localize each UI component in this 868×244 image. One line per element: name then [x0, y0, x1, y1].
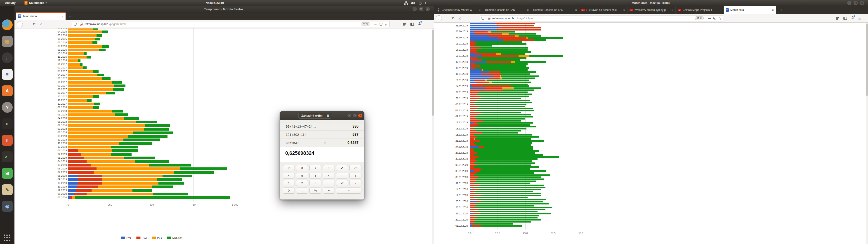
tab-month-data[interactable]: Month data× — [724, 6, 776, 14]
new-tab-button[interactable]: + — [66, 12, 73, 20]
calc-key-square[interactable]: x² — [336, 180, 348, 186]
calc-key-5[interactable]: 5 — [296, 173, 308, 179]
calc-current-value[interactable]: 0,625698324 — [280, 147, 364, 162]
dock-item-files[interactable]: ▤ — [2, 36, 13, 47]
calc-key-equals[interactable]: = — [336, 187, 362, 194]
calc-history-row[interactable]: 99+41+13+47+24…=336 — [280, 122, 364, 130]
back-icon[interactable]: ← — [17, 21, 23, 27]
tracking-shield-icon[interactable] — [482, 17, 485, 20]
calculator-headerbar[interactable]: Základný režim ⌄ ☰ − ▢ × — [280, 111, 364, 120]
activities-button[interactable]: Aktivity — [3, 0, 18, 6]
calc-key-6[interactable]: 6 — [309, 173, 321, 179]
library-icon[interactable] — [403, 22, 406, 26]
dock-item-text-editor[interactable]: ✎ — [2, 184, 13, 195]
dock-item-media-player[interactable]: ♫ — [2, 53, 13, 63]
calc-menu-button[interactable]: ☰ — [324, 113, 331, 119]
forward-icon[interactable]: → — [25, 22, 30, 26]
page-actions-icon[interactable]: ••• — [708, 17, 711, 20]
dock-item-help[interactable]: ? — [2, 102, 13, 113]
insecure-lock-icon[interactable] — [80, 22, 83, 26]
calc-history-row[interactable]: 336÷537=0,6257 — [280, 139, 364, 147]
show-apps-grid-icon[interactable] — [4, 235, 11, 241]
url-bar[interactable]: rottenkiwi.no-ip.biz/page12.html 67 % ••… — [480, 15, 723, 21]
calc-key-4[interactable]: 4 — [283, 173, 295, 179]
tab-close-icon[interactable]: × — [575, 8, 577, 12]
back-icon[interactable]: ← — [436, 15, 442, 21]
menu-icon[interactable]: ☰ — [425, 22, 428, 26]
calc-key-8[interactable]: 8 — [296, 165, 308, 171]
minimize-icon[interactable]: − — [412, 7, 417, 11]
calc-key-decimal-comma[interactable]: , — [296, 187, 308, 194]
pocket-shield-icon[interactable] — [379, 22, 382, 26]
tracking-shield-icon[interactable] — [74, 22, 76, 26]
tab-close-icon[interactable]: × — [61, 14, 64, 18]
app-menu-button[interactable]: Kalkulačka ▾ — [24, 0, 46, 6]
page-actions-icon[interactable]: ••• — [374, 23, 377, 25]
system-tray[interactable]: ▾ — [404, 0, 426, 6]
tab-close-icon[interactable]: × — [671, 8, 674, 12]
dock-item-remote-desktop[interactable]: ⌗ — [2, 135, 13, 146]
calc-key-undo[interactable]: ↶ — [336, 165, 348, 171]
dock-item-screenshot-tool[interactable]: ◉ — [2, 201, 13, 212]
reload-icon[interactable]: ⟳ — [451, 16, 456, 20]
tab-temp-demo[interactable]: Temp demo × — [16, 12, 66, 20]
bookmark-star-icon[interactable]: ☆ — [384, 22, 388, 26]
insecure-lock-icon[interactable] — [488, 17, 491, 20]
tab-kv-skov-chleba-kynut-p[interactable]: ▶Kváskový chleba kynutý p× — [628, 6, 676, 14]
tab-remote-console-on-lan[interactable]: Remote Console on LAN× — [531, 6, 579, 14]
dock-item-ubuntu-software[interactable]: A — [2, 85, 13, 96]
calc-key-divide[interactable]: ÷ — [323, 165, 335, 171]
tab-1-n-vod-na-pe-en-chle[interactable]: ▶(1) Návod na pečení chle× — [580, 6, 627, 14]
maximize-icon[interactable]: ▢ — [854, 1, 858, 5]
calc-key-subtract[interactable]: − — [323, 180, 335, 186]
tab-close-icon[interactable]: × — [478, 8, 481, 12]
reload-icon[interactable]: ⟳ — [32, 22, 37, 26]
calc-key-1[interactable]: 1 — [283, 180, 295, 186]
close-icon[interactable]: × — [426, 7, 430, 11]
account-icon[interactable] — [418, 22, 421, 26]
calc-key-square-root[interactable]: √ — [349, 180, 362, 186]
tab-china-s-mega-projects-e[interactable]: ▶China's Mega Projects: E× — [676, 6, 724, 14]
scrollbar[interactable] — [432, 28, 434, 244]
bookmark-star-icon[interactable]: ☆ — [718, 16, 721, 20]
sidebar-icon[interactable] — [843, 17, 847, 20]
dock-item-terminal[interactable]: >_ — [2, 151, 13, 162]
library-icon[interactable] — [836, 17, 839, 20]
scrollbar[interactable] — [866, 23, 868, 244]
clock[interactable]: Nedeľa 23:19 — [206, 0, 224, 6]
tab-close-icon[interactable]: × — [526, 8, 529, 12]
dock-item-firefox[interactable] — [2, 20, 13, 30]
calc-key-9[interactable]: 9 — [309, 165, 321, 171]
home-icon[interactable]: ⌂ — [458, 16, 463, 20]
pocket-shield-icon[interactable] — [713, 17, 716, 20]
dock-item-libreoffice-writer[interactable]: ≡ — [2, 69, 13, 80]
calc-key-clear[interactable]: C — [349, 165, 362, 171]
calc-key-add[interactable]: + — [323, 187, 335, 194]
home-icon[interactable]: ⌂ — [39, 22, 43, 26]
tab-cryptocurrency-market-c[interactable]: MCryptocurrency Market C× — [435, 6, 483, 14]
new-tab-button[interactable]: + — [778, 6, 784, 14]
calc-history-row[interactable]: 121+302+114=537 — [280, 130, 364, 139]
calc-key-2[interactable]: 2 — [296, 180, 308, 186]
zoom-level-badge[interactable]: 67 % — [694, 17, 704, 20]
menu-icon[interactable]: ☰ — [858, 16, 861, 20]
calc-key-paren-open[interactable]: ( — [336, 173, 348, 179]
tab-remote-console-on-lan[interactable]: Remote Console on LAN× — [483, 6, 531, 14]
maximize-icon[interactable]: ▢ — [353, 114, 357, 118]
calc-key-percent[interactable]: % — [309, 187, 321, 194]
close-icon[interactable]: × — [860, 1, 864, 5]
tab-close-icon[interactable]: × — [623, 8, 625, 12]
sidebar-icon[interactable] — [410, 23, 414, 26]
close-icon[interactable]: × — [358, 114, 362, 118]
account-icon[interactable] — [851, 16, 855, 21]
minimize-icon[interactable]: − — [847, 1, 851, 5]
window-titlebar[interactable]: Temp demo - Mozilla Firefox − ▢ × — [14, 6, 434, 12]
calc-key-3[interactable]: 3 — [309, 180, 321, 186]
calc-key-paren-close[interactable]: ) — [349, 173, 362, 179]
dock-item-libreoffice-calc[interactable]: ⊞ — [2, 168, 13, 179]
forward-icon[interactable]: → — [444, 16, 449, 20]
dock-item-amazon[interactable]: a — [2, 118, 13, 129]
maximize-icon[interactable]: ▢ — [419, 7, 423, 11]
tab-close-icon[interactable]: × — [719, 8, 722, 12]
calc-key-multiply[interactable]: × — [323, 173, 335, 179]
